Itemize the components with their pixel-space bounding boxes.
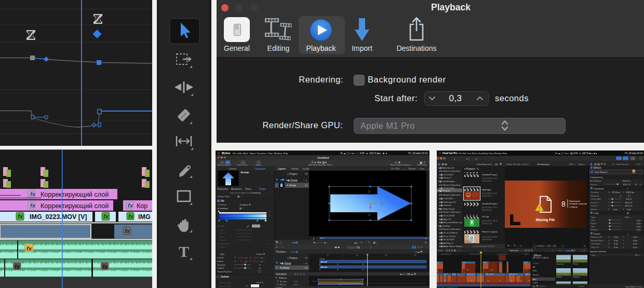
svg-text:▾ Projects (6): ▾ Projects (6) <box>464 168 479 170</box>
svg-text:87% ⌄ View ⌄: 87% ⌄ View ⌄ <box>569 163 586 166</box>
svg-text:▸ End: ▸ End <box>217 260 223 263</box>
svg-text:| 00:01:40:00: | 00:01:40:00 <box>441 253 451 255</box>
svg-text:▾ Color: ▾ Color <box>218 225 225 227</box>
svg-text:IMG_0223.MOV [V]: IMG_0223.MOV [V] <box>30 213 87 221</box>
svg-text:🖉: 🖉 <box>247 225 249 228</box>
svg-text:▸★ Smart Collections: ▸★ Smart Collections <box>439 194 461 196</box>
svg-text:File Edit Trim Mark Clip Modif: File Edit Trim Mark Clip Modify View Win… <box>459 152 507 155</box>
svg-text:Blue: Blue <box>220 236 224 238</box>
svg-text:Y: Y <box>250 260 251 263</box>
svg-text:T: T <box>179 243 189 260</box>
svg-text:Top Right: Top Right <box>591 242 600 245</box>
svg-text:Group: Group <box>319 258 325 260</box>
svg-text:▢: ▢ <box>627 187 629 190</box>
svg-text:Transform: Transform <box>594 187 604 190</box>
svg-text:Top Left: Top Left <box>591 246 599 249</box>
svg-text:Style Stroke Advanced Geome: Style Stroke Advanced Geometry <box>230 191 261 194</box>
svg-text:X: X <box>234 256 236 259</box>
svg-text:RG_la: RG_la <box>280 283 287 286</box>
svg-text:🔍 ▢: 🔍 ▢ <box>276 241 283 244</box>
svg-text:-43,0: -43,0 <box>253 260 258 263</box>
svg-text:▸★ Smart Collections: ▸★ Smart Collections <box>439 211 461 213</box>
svg-text:⋮: ⋮ <box>270 171 273 174</box>
svg-text:7 items: 7 items <box>578 285 584 287</box>
svg-text:Outline: Outline <box>221 276 229 278</box>
svg-text:X: X <box>608 242 610 245</box>
svg-text:▾ ▬ 🔍: ▾ ▬ 🔍 <box>415 250 423 254</box>
svg-text:26.05.2023, 19:21: 26.05.2023, 19:21 <box>482 177 497 180</box>
svg-text:| 00:02:00:00: | 00:02:00:00 <box>497 253 507 255</box>
svg-text:⚠: ⚠ <box>520 279 522 282</box>
svg-text:X: X <box>608 236 610 238</box>
svg-text:Gaussian: Gaussian <box>556 263 564 265</box>
svg-text:Shape Style: Shape Style <box>218 195 230 198</box>
svg-text:▸▣ 5.12.2022: ▸▣ 5.12.2022 <box>439 173 453 176</box>
svg-text:▯ Project: ▯ Project <box>287 256 298 259</box>
svg-text:⚠: ⚠ <box>511 279 513 282</box>
svg-text:00:03:52:01: 00:03:52:01 <box>482 195 492 197</box>
svg-text:ⓘ: ⓘ <box>533 244 536 248</box>
svg-text:110 %: 110 % <box>626 198 632 200</box>
svg-text:Fill Mode: Fill Mode <box>218 203 227 206</box>
svg-text:⌄: ⌄ <box>262 225 263 227</box>
svg-text:fx: fx <box>15 264 20 270</box>
svg-text:1 of 23 selected, 00:53:27: 1 of 23 selected, 00:53:27 <box>472 245 495 248</box>
svg-text:⌦: ⌦ <box>305 267 308 269</box>
svg-text:▣: ▣ <box>627 212 629 214</box>
svg-text:110,5 %: 110,5 % <box>625 204 633 207</box>
svg-text:Media: Media <box>291 167 299 170</box>
svg-text:🖉: 🖉 <box>246 285 248 287</box>
svg-text:Кор: Кор <box>137 202 147 210</box>
svg-text:0 px: 0 px <box>637 219 641 222</box>
svg-text:▸★ Smart Collections: ▸★ Smart Collections <box>439 184 461 186</box>
svg-text:VIDEO: VIDEO <box>533 262 539 265</box>
svg-text:➠ |: ➠ | <box>466 157 469 160</box>
svg-text:L...: L... <box>458 273 460 276</box>
svg-text:Корректирующий слой: Корректирующий слой <box>41 202 109 210</box>
svg-text:1 ▸ ✎ ▢: 1 ▸ ✎ ▢ <box>294 273 305 276</box>
svg-text:X: X <box>608 191 610 194</box>
svg-text:Motion: Motion <box>222 152 230 155</box>
svg-text:Y: Y <box>623 239 624 242</box>
svg-text:Bottom Left: Bottom Left <box>591 236 602 238</box>
svg-text:00:00:07:35: 00:00:07:35 <box>482 239 492 241</box>
svg-text:px ○: px ○ <box>261 260 265 263</box>
svg-text:⌦: ⌦ <box>305 257 308 259</box>
svg-text:0000076: 0000076 <box>347 246 360 250</box>
svg-text:0001:39:26: 0001:39:26 <box>537 244 556 248</box>
svg-text:▧ ⋮: ▧ ⋮ <box>237 195 243 198</box>
svg-text:▦: ▦ <box>590 162 593 166</box>
svg-text:Inspector: Inspector <box>255 167 266 170</box>
svg-text:Crop: Crop <box>594 212 599 214</box>
svg-text:360°: 360° <box>533 269 538 272</box>
svg-text:7,0: 7,0 <box>240 260 243 263</box>
svg-text:0 px: 0 px <box>633 242 637 245</box>
svg-text:10 - Slide Reveal: 10 - Slide Reveal <box>612 163 628 166</box>
svg-text:IMG_E247: IMG_E247 <box>509 273 517 276</box>
svg-text:▾▦ Dolby Vision: ▾▦ Dolby Vision <box>438 208 455 210</box>
svg-text:Properties: Properties <box>217 188 229 190</box>
svg-text:Scale (All): Scale (All) <box>591 198 601 200</box>
svg-text:px ○: px ○ <box>261 256 265 259</box>
svg-text:0 px: 0 px <box>614 242 618 245</box>
svg-text:0 px: 0 px <box>637 222 641 225</box>
svg-text:Sharpen: Sharpen <box>573 276 580 278</box>
svg-text:0 px: 0 px <box>614 239 618 242</box>
svg-text:▸▣ 11 vs 13 Pro: ▸▣ 11 vs 13 Pro <box>439 235 456 238</box>
svg-text:Library: Library <box>229 167 237 170</box>
svg-text:| | |: | | | <box>561 244 565 247</box>
svg-text:0 px: 0 px <box>637 228 641 231</box>
svg-text:Feather: Feather <box>218 264 226 266</box>
svg-text:▾ Gradient: ▾ Gradient <box>218 207 229 210</box>
svg-text:Opacity: Opacity <box>220 239 227 241</box>
svg-text:Hydrogel: Hydrogel <box>482 188 491 191</box>
svg-text:▸★ Smart Collections: ▸★ Smart Collections <box>439 170 461 172</box>
svg-text:Red: Red <box>220 229 224 231</box>
svg-text:Y: Y <box>250 256 251 259</box>
svg-text:0 px: 0 px <box>627 208 631 211</box>
svg-text:▾▣ Group: ▾▣ Group <box>280 262 291 265</box>
svg-text:Fit: 83% ⌄ ▢ ⌄ Render ⌄ View ⌄: Fit: 83% ⌄ ▢ ⌄ Render ⌄ View ⌄ ▢ <box>391 168 430 170</box>
svg-text:▾▦ Untitled: ▾▦ Untitled <box>438 225 450 227</box>
svg-text:110,5 %: 110,5 % <box>625 201 633 204</box>
svg-text:L..: L.. <box>437 273 439 276</box>
